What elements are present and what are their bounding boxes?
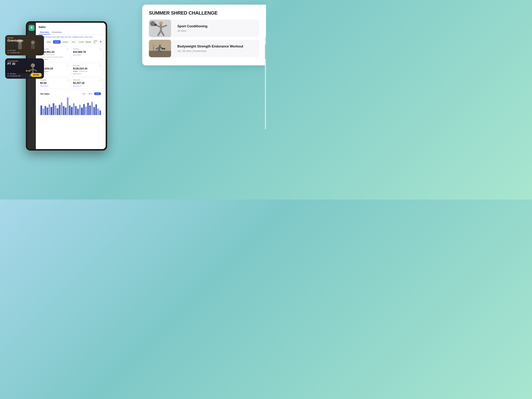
metric-refunded: Refunded i $2,207.18 View more ▾ — [71, 77, 103, 89]
period-week[interactable]: Week — [45, 40, 52, 44]
calendar-icon: 📅 — [100, 41, 101, 43]
scroll-indicator — [265, 37, 266, 129]
net-sales-chart-title: Net Sales — [40, 93, 50, 95]
chart-bar — [93, 107, 95, 115]
tab-overview[interactable]: Overview — [38, 30, 51, 34]
challenge-item-1: Sport Conditioning 26 mins — [149, 19, 259, 37]
period-quarter[interactable]: Quarter — [61, 40, 70, 44]
challenge-item-2: Bodyweight Strength Endurance Workout es… — [149, 40, 259, 57]
chart-bar — [73, 103, 75, 115]
chart-bar — [89, 106, 91, 115]
period-selector-row: Period Week Month Quarter Year Custom Mo… — [38, 39, 103, 44]
metrics-grid: Gross sales i $194,951.23 75.77% $257,29… — [38, 46, 103, 89]
view-more-failed[interactable]: View more ▾ — [40, 71, 69, 72]
chart-bar — [49, 104, 50, 115]
chart-bar — [67, 98, 69, 115]
book-button[interactable]: BOOK — [31, 73, 42, 77]
chart-bar — [55, 106, 56, 115]
tag-icon: 🏷 — [7, 52, 9, 54]
view-more-forgiven[interactable]: View more ▾ — [40, 85, 69, 87]
chart-bar — [59, 105, 60, 115]
challenge-img-1 — [149, 19, 171, 37]
view-more-gross[interactable]: View more ▾ — [40, 58, 69, 60]
metric-pending: Pending i $33,960.76 View more ▾ — [71, 46, 103, 62]
tab-breakdown[interactable]: Breakdown — [51, 30, 63, 34]
chart-bar — [63, 106, 64, 115]
dashboard-content: Sales Overview Breakdown View and compar… — [36, 23, 106, 149]
chart-bar — [87, 103, 89, 115]
card-meta-intro: ⏱ 30 mins 🏷 1 session left — [7, 50, 42, 54]
time-week[interactable]: Week — [87, 92, 94, 95]
info-icon-forgiven: i — [67, 79, 69, 81]
challenge-card: SUMMER SHRED CHALLENGE Sport Conditionin… — [142, 5, 266, 65]
sales-description: View and compare your sales data over ti… — [38, 36, 103, 38]
net-sales-chart-section: Net Sales Day Week Month — [38, 90, 103, 117]
info-icon-refunded: i — [100, 79, 101, 81]
chart-bar — [53, 103, 54, 115]
chart-bar — [83, 104, 85, 115]
svg-point-26 — [150, 21, 155, 26]
chart-bar — [77, 109, 79, 115]
card-title-intro: Orientation — [7, 39, 42, 42]
sales-tabs: Overview Breakdown — [38, 30, 103, 35]
time-day[interactable]: Day — [81, 92, 86, 95]
month-selector[interactable]: 2024-04 📅 — [92, 39, 103, 44]
info-icon-gross: i — [67, 48, 69, 50]
chart-bar — [57, 108, 58, 115]
chart-bar — [75, 106, 77, 115]
svg-rect-36 — [162, 48, 163, 50]
scroll-thumb — [265, 44, 266, 59]
workout-card-intro: INTRO Orientation ⏱ 30 mins 🏷 1 session … — [5, 35, 44, 55]
info-icon-pending: i — [100, 48, 101, 50]
svg-rect-37 — [165, 48, 165, 50]
learn-more-link[interactable]: Learn more — [84, 36, 93, 38]
period-month[interactable]: Month — [53, 40, 61, 44]
time-period-buttons: Day Week Month — [81, 92, 101, 95]
clock-icon-advanced: ⏱ — [7, 73, 9, 75]
chart-bar — [79, 105, 81, 115]
sales-page-title: Sales — [38, 25, 103, 28]
chart-bar — [85, 107, 87, 115]
info-icon-net: i — [100, 65, 101, 66]
chart-bar — [47, 108, 48, 115]
chart-bar — [65, 108, 66, 115]
challenge-img-2 — [149, 40, 171, 57]
workout-name-1: Sport Conditioning — [177, 24, 208, 28]
chart-bar — [51, 107, 52, 115]
chart-bar — [81, 108, 83, 115]
metric-forgiven: Forgiven i $0.00 View more ▾ — [38, 77, 70, 89]
view-more-net[interactable]: View more ▾ — [73, 73, 101, 75]
net-sales-chart — [40, 97, 101, 115]
card-title-advanced: PT 30 — [7, 62, 42, 66]
chart-bar — [69, 106, 70, 115]
challenge-info-2: Bodyweight Strength Endurance Workout es… — [174, 43, 246, 54]
view-more-refunded[interactable]: View more ▾ — [73, 85, 101, 87]
month-label: Month — [86, 41, 91, 43]
chart-bar — [97, 109, 99, 115]
challenge-info-1: Sport Conditioning 26 mins — [174, 23, 210, 34]
workout-duration-2: est. 28 mins | 8 exercises — [177, 50, 243, 52]
period-year[interactable]: Year — [70, 40, 76, 44]
time-month[interactable]: Month — [94, 92, 101, 95]
challenge-title: SUMMER SHRED CHALLENGE — [149, 10, 259, 16]
app-logo — [29, 25, 35, 31]
period-buttons: Week Month Quarter Year Custom — [45, 40, 86, 44]
card-level-intro: INTRO — [7, 37, 42, 39]
workout-card-advanced: ADVANCED PT 30 ⏱ 30 mins 🏷 0 sessions le… — [5, 58, 44, 79]
chart-bar — [44, 106, 46, 115]
info-icon-failed: i — [67, 65, 69, 66]
chart-bar — [61, 102, 63, 115]
chart-bar — [99, 110, 101, 115]
metric-net-sales: Net sales i $128,024.44 70.20% $182,381.… — [71, 63, 103, 76]
chart-bar — [40, 106, 42, 115]
chart-bar — [95, 104, 97, 115]
workout-name-2: Bodyweight Strength Endurance Workout — [177, 44, 243, 48]
view-more-pending[interactable]: View more ▾ — [73, 54, 101, 56]
svg-rect-35 — [162, 48, 165, 49]
chart-bar — [91, 102, 93, 115]
workout-duration-1: 26 mins — [177, 29, 208, 32]
chart-bar — [43, 109, 44, 115]
card-level-advanced: ADVANCED — [7, 60, 42, 62]
tag-icon-advanced: 🏷 — [7, 75, 9, 77]
period-custom[interactable]: Custom — [77, 40, 86, 44]
